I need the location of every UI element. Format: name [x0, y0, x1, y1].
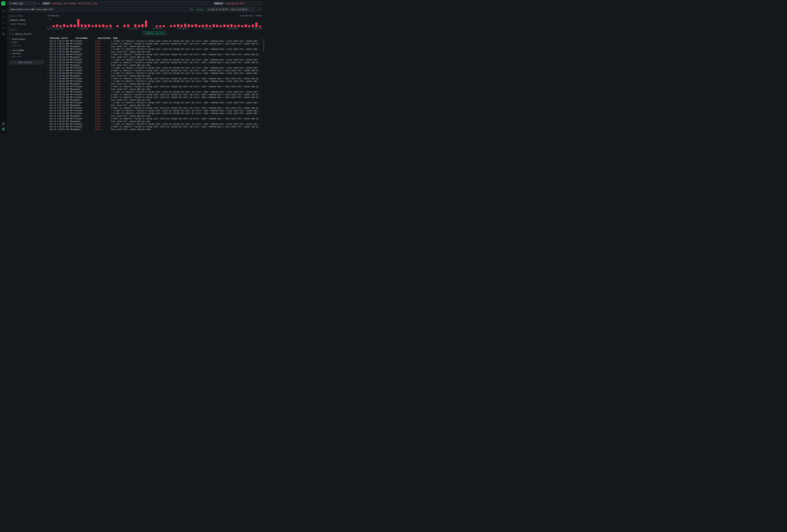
column-resize-handle[interactable]: ⋮ — [95, 37, 97, 39]
histogram-bar[interactable] — [248, 19, 251, 27]
dashboards-grid-icon[interactable] — [2, 32, 5, 36]
histogram-bar[interactable] — [155, 19, 158, 27]
row-expand-chevron[interactable]: › — [47, 56, 49, 58]
log-row[interactable]: › Jun 11 1:55:39.330 PM frontend error {… — [47, 107, 262, 109]
log-row[interactable]: › Jun 11 1:56:51.975 PM payment error Vi… — [47, 45, 262, 48]
histogram-bar[interactable] — [223, 19, 226, 27]
row-expand-chevron[interactable]: › — [47, 83, 49, 85]
histogram-bar[interactable] — [191, 19, 194, 27]
log-row[interactable]: › Jun 11 1:54:52.241 PM payment error Vi… — [47, 128, 262, 131]
histogram-bar[interactable] — [59, 19, 62, 27]
log-row[interactable]: › Jun 11 1:56:03.252 PM frontend error {… — [47, 85, 262, 88]
row-expand-chevron[interactable]: › — [47, 61, 49, 63]
search-explorer-icon[interactable] — [2, 9, 5, 13]
chart-explorer-icon[interactable] — [2, 21, 5, 24]
row-expand-chevron[interactable]: › — [47, 45, 49, 47]
log-row[interactable]: › Jun 11 1:55:51.448 PM payment error Vi… — [47, 99, 262, 101]
log-row[interactable]: › Jun 11 1:55:07.827 PM payment error Vi… — [47, 120, 262, 123]
denoise-checkbox[interactable] — [9, 33, 11, 35]
facet-severitytext[interactable]: SeverityText — [9, 38, 44, 41]
select-clause-input[interactable]: SELECT Timestamp, ServiceName, SeverityT… — [41, 1, 210, 5]
log-row[interactable]: › Jun 11 1:55:39.324 PM payment error Vi… — [47, 104, 262, 107]
histogram-bar[interactable] — [84, 19, 87, 27]
row-expand-chevron[interactable]: › — [47, 96, 49, 98]
row-expand-chevron[interactable]: › — [47, 59, 49, 61]
scrollbar-thumb[interactable] — [263, 39, 264, 51]
facet-option-checkout[interactable]: checkout — [9, 52, 44, 55]
histogram-bar[interactable] — [166, 19, 169, 27]
column-header-timestamp[interactable]: Timestamp (Local) — [49, 37, 73, 39]
app-logo[interactable] — [1, 1, 5, 5]
log-row[interactable]: › Jun 11 1:56:51.980 PM frontend error {… — [47, 42, 262, 45]
severitytext-load-more[interactable]: Load more — [9, 44, 44, 47]
log-row[interactable]: › Jun 11 1:55:59.767 PM frontend error ×… — [47, 90, 262, 93]
histogram-bar[interactable] — [112, 19, 116, 27]
log-row[interactable]: › Jun 11 1:55:16.300 PM frontend error {… — [47, 117, 262, 120]
log-row[interactable]: › Jun 11 1:56:08.948 PM payment error Vi… — [47, 75, 262, 77]
saved-searches-icon[interactable] — [2, 15, 5, 18]
histogram-bar[interactable] — [258, 19, 261, 27]
log-row[interactable]: › Jun 11 1:55:07.841 PM frontend error ×… — [47, 123, 262, 125]
denoise-results-toggle[interactable]: Denoise Results — [9, 32, 44, 36]
row-expand-chevron[interactable]: › — [47, 102, 49, 104]
histogram-bar[interactable] — [230, 19, 233, 27]
histogram-bar[interactable] — [152, 19, 155, 27]
histogram-bar[interactable] — [184, 19, 187, 27]
histogram-bar[interactable] — [69, 19, 73, 27]
log-row[interactable]: › Jun 11 1:55:51.452 PM frontend error {… — [47, 96, 262, 99]
column-header-severitytext[interactable]: ⋮SeverityText — [95, 37, 111, 39]
histogram-bar[interactable] — [94, 19, 98, 27]
row-expand-chevron[interactable]: › — [47, 126, 49, 128]
log-row[interactable]: › Jun 11 1:56:38.542 PM frontend error ×… — [47, 58, 262, 61]
histogram-bar[interactable] — [162, 19, 166, 27]
log-row[interactable]: › Jun 11 1:56:42.999 PM frontend error {… — [47, 53, 262, 56]
row-expand-chevron[interactable]: › — [47, 123, 49, 125]
row-expand-chevron[interactable]: › — [47, 64, 49, 66]
resume-live-tail-button[interactable]: Resume Live Tail — [143, 31, 166, 35]
histogram-bar[interactable] — [144, 19, 148, 27]
histogram-bar[interactable] — [87, 19, 91, 27]
facet-option-info[interactable]: info — [9, 41, 44, 44]
row-expand-chevron[interactable]: › — [47, 48, 49, 50]
histogram-bar[interactable] — [237, 19, 240, 27]
log-row[interactable]: › Jun 11 1:55:59.765 PM frontend error {… — [47, 93, 262, 96]
facet-servicename[interactable]: ServiceName — [9, 49, 44, 52]
language-lucene-option[interactable]: Lucene — [196, 8, 203, 10]
histogram-bar[interactable] — [169, 19, 173, 27]
row-expand-chevron[interactable]: › — [47, 78, 49, 80]
histogram-bar[interactable] — [130, 19, 133, 27]
histogram-bar[interactable] — [123, 19, 126, 27]
log-row[interactable]: › Jun 11 1:56:38.534 PM payment error Vi… — [47, 56, 262, 58]
row-expand-chevron[interactable]: › — [47, 128, 49, 130]
histogram-bar[interactable] — [212, 19, 215, 27]
log-row[interactable]: › Jun 11 1:56:08.956 PM frontend error ×… — [47, 72, 262, 75]
histogram-bar[interactable] — [52, 19, 55, 27]
histogram-bar[interactable] — [205, 19, 208, 27]
column-header-body[interactable]: ⋮Body — [111, 37, 259, 39]
histogram-bar[interactable] — [77, 19, 80, 27]
histogram-bar[interactable] — [187, 19, 190, 27]
row-expand-chevron[interactable]: › — [47, 112, 49, 114]
column-header-servicename[interactable]: ⋮ServiceName — [73, 37, 95, 39]
row-expand-chevron[interactable]: › — [47, 91, 49, 93]
row-expand-chevron[interactable]: › — [47, 40, 49, 42]
row-expand-chevron[interactable]: › — [47, 69, 49, 71]
user-avatar[interactable]: U — [1, 127, 5, 131]
histogram-bar[interactable] — [134, 19, 137, 27]
info-checkbox[interactable] — [9, 42, 11, 43]
row-expand-chevron[interactable]: › — [47, 75, 49, 77]
histogram-bar[interactable] — [66, 19, 69, 27]
source-select[interactable]: Demo Logs — [8, 1, 37, 5]
search-query-input[interactable]: SeverityText:error AND "Visa cache full"… — [8, 7, 205, 12]
histogram-bar[interactable] — [102, 19, 105, 27]
row-expand-chevron[interactable]: › — [47, 107, 49, 109]
histogram-bar[interactable] — [176, 19, 180, 27]
orderby-clause-input[interactable]: ORDER BY TimestampTime DESC — [212, 1, 262, 5]
histogram-bar[interactable] — [109, 19, 112, 27]
mode-results-table[interactable]: Results Table — [9, 18, 44, 22]
log-row[interactable]: › Jun 11 1:56:38.540 PM frontend error {… — [47, 61, 262, 64]
log-row[interactable]: › Jun 11 1:55:07.835 PM frontend error {… — [47, 125, 262, 128]
checkout-checkbox[interactable] — [9, 53, 11, 55]
histogram-bar[interactable] — [180, 19, 183, 27]
row-expand-chevron[interactable]: › — [47, 115, 49, 117]
